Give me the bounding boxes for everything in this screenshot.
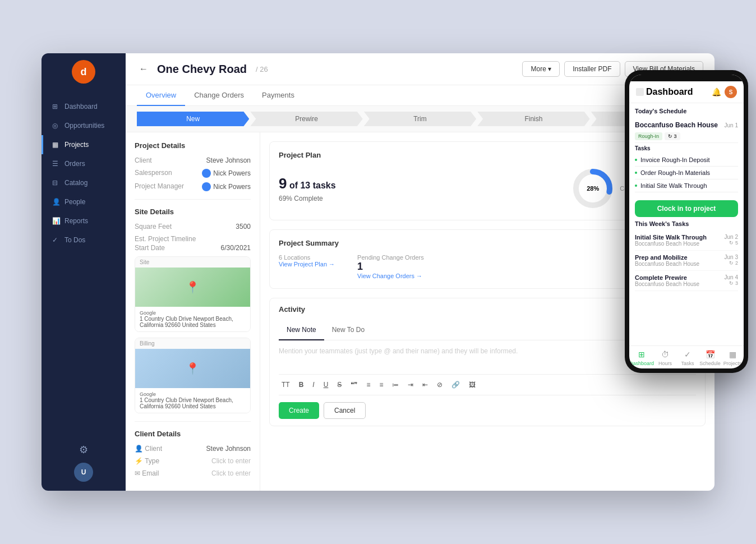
mobile-badge: Rough-In xyxy=(635,132,662,140)
week-task-sub-3: Boccanfuso Beach House xyxy=(635,281,699,287)
mobile-week-item-2: Prep and Mobilize Boccanfuso Beach House… xyxy=(635,251,738,271)
sidebar-item-dashboard[interactable]: ⊞ Dashboard xyxy=(42,97,126,116)
mobile-nav-schedule[interactable]: 📅 Schedule xyxy=(699,349,721,366)
locations-item: 6 Locations View Project Plan → xyxy=(279,254,335,268)
toolbar-quote-btn[interactable]: ❝❞ xyxy=(348,379,360,390)
task-dot-1 xyxy=(635,159,637,161)
activity-actions: Create Cancel xyxy=(279,395,696,426)
tab-payments[interactable]: Payments xyxy=(253,85,303,106)
cd-type-value[interactable]: Click to enter xyxy=(211,457,251,465)
manager-label: Project Manager xyxy=(135,182,184,191)
toolbar-clear-btn[interactable]: ⊘ xyxy=(434,379,445,390)
view-plan-link[interactable]: View Project Plan → xyxy=(279,261,335,268)
sidebar-item-label: Catalog xyxy=(64,179,87,187)
cd-type-row: ⚡ Type Click to enter xyxy=(135,457,251,465)
dashboard-icon: ⊞ xyxy=(52,103,60,110)
page-title: One Chevy Road xyxy=(157,63,247,76)
cancel-button[interactable]: Cancel xyxy=(324,402,366,419)
toolbar-text-btn[interactable]: TT xyxy=(279,379,293,390)
sidebar-item-people[interactable]: 👤 People xyxy=(42,192,126,211)
mobile-bell-icon: 🔔 xyxy=(712,87,721,96)
start-value: 6/30/2021 xyxy=(221,244,251,252)
site-map-image: 📍 xyxy=(135,268,250,307)
editor-toolbar: TT B I U S ❝❞ ≡ ≡ ≔ ⇥ ⇤ ⊘ 🔗 🖼 xyxy=(279,374,696,395)
tasks-label: of 13 tasks xyxy=(289,181,336,190)
mobile-project-name: Boccanfuso Beach House xyxy=(635,121,718,129)
mobile-nav-tasks[interactable]: ✓ Tasks xyxy=(676,349,699,366)
mobile-nav-hours[interactable]: ⏱ Hours xyxy=(654,349,676,366)
sidebar-item-reports[interactable]: 📊 Reports xyxy=(42,211,126,230)
mobile-clock-btn[interactable]: Clock in to project xyxy=(635,200,738,217)
salesperson-row: Salesperson Nick Powers xyxy=(135,169,251,178)
sqft-row: Square Feet 3500 xyxy=(135,223,251,230)
toolbar-indent-btn[interactable]: ⇥ xyxy=(405,379,416,390)
page-subtitle: / 26 xyxy=(256,65,268,73)
mobile-nav-projects-icon: ▦ xyxy=(727,349,737,359)
divider-2 xyxy=(135,421,251,422)
billing-map-pin-icon: 📍 xyxy=(186,362,200,375)
week-task-sub-1: Boccanfuso Beach House xyxy=(635,241,707,247)
view-orders-link[interactable]: View Change Orders → xyxy=(357,273,424,279)
toolbar-italic-btn[interactable]: I xyxy=(310,379,317,390)
stage-new[interactable]: New xyxy=(137,112,249,126)
manager-row: Project Manager Nick Powers xyxy=(135,182,251,191)
client-row: Client Steve Johnson xyxy=(135,156,251,164)
week-task-title-3: Complete Prewire xyxy=(635,274,699,281)
user-avatar[interactable]: U xyxy=(74,463,93,482)
mobile-task-label-3: Initial Site Walk Through xyxy=(640,182,707,189)
settings-icon[interactable]: ⚙ xyxy=(79,444,88,456)
mobile-notch xyxy=(670,75,703,81)
opportunities-icon: ◎ xyxy=(52,122,60,130)
toolbar-align-left-btn[interactable]: ≡ xyxy=(363,379,373,390)
timeline-row: Est. Project Timeline Start Date 6/30/20… xyxy=(135,235,251,252)
toolbar-outdent-btn[interactable]: ⇤ xyxy=(420,379,431,390)
sidebar-item-catalog[interactable]: ⊟ Catalog xyxy=(42,173,126,192)
toolbar-image-btn[interactable]: 🖼 xyxy=(466,379,478,390)
stage-trim[interactable]: Trim xyxy=(364,112,476,126)
sidebar-item-label: Reports xyxy=(64,217,88,225)
sidebar-item-opportunities[interactable]: ◎ Opportunities xyxy=(42,116,126,135)
complete-pct: 69% Complete xyxy=(279,195,336,202)
mobile-week-item-3: Complete Prewire Boccanfuso Beach House … xyxy=(635,271,738,291)
create-button[interactable]: Create xyxy=(279,402,319,419)
mobile-project-date: Jun 1 xyxy=(725,122,738,128)
toolbar-strike-btn[interactable]: S xyxy=(334,379,344,390)
tab-new-note[interactable]: New Note xyxy=(279,320,324,340)
billing-map-header: Billing xyxy=(135,338,250,349)
billing-map-card: Billing 📍 Google 1 Country Club Drive Ne… xyxy=(135,338,251,413)
reports-icon: 📊 xyxy=(52,217,60,225)
stage-finish[interactable]: Finish xyxy=(477,112,589,126)
toolbar-bold-btn[interactable]: B xyxy=(296,379,307,390)
back-button[interactable]: ← xyxy=(137,62,150,76)
mobile-badge-count: ↻ 3 xyxy=(665,132,680,140)
sidebar-item-orders[interactable]: ☰ Orders xyxy=(42,154,126,173)
mobile-notch-bar xyxy=(629,75,744,81)
stage-prewire[interactable]: Prewire xyxy=(250,112,362,126)
cd-email-value[interactable]: Click to enter xyxy=(211,469,251,477)
salesperson-value: Nick Powers xyxy=(202,169,251,178)
tab-overview[interactable]: Overview xyxy=(137,85,185,106)
more-button[interactable]: More ▾ xyxy=(522,61,560,77)
toolbar-list-btn[interactable]: ≔ xyxy=(389,379,402,390)
left-panel: Project Details Client Steve Johnson Sal… xyxy=(126,132,260,491)
mobile-task-label-1: Invoice Rough-In Deposit xyxy=(640,156,710,163)
mobile-week-title: This Week's Tasks xyxy=(635,220,738,227)
salesperson-avatar xyxy=(202,169,211,178)
installer-pdf-button[interactable]: Installer PDF xyxy=(564,61,620,77)
toolbar-align-center-btn[interactable]: ≡ xyxy=(376,379,386,390)
tab-new-todo[interactable]: New To Do xyxy=(324,320,372,340)
sidebar-item-projects[interactable]: ▦ Projects xyxy=(42,135,126,154)
toolbar-underline-btn[interactable]: U xyxy=(321,379,331,390)
mobile-nav-projects[interactable]: ▦ Projects xyxy=(721,349,744,366)
sidebar-item-todos[interactable]: ✓ To Dos xyxy=(42,230,126,250)
sidebar-item-label: Projects xyxy=(64,141,89,149)
toolbar-link-btn[interactable]: 🔗 xyxy=(449,379,463,390)
week-task-date-3: Jun 4 xyxy=(725,274,738,280)
count-icon: ↻ xyxy=(668,133,674,139)
mobile-project-card: Boccanfuso Beach House Jun 1 Rough-In ↻ … xyxy=(635,118,738,192)
billing-map-address: Google 1 Country Club Drive Newport Beac… xyxy=(135,388,250,413)
mobile-nav-dashboard[interactable]: ⊞ Dashboard xyxy=(629,349,654,366)
sqft-label: Square Feet xyxy=(135,223,172,230)
cd-email-row: ✉ Email Click to enter xyxy=(135,469,251,477)
tab-change-orders[interactable]: Change Orders xyxy=(185,85,253,106)
